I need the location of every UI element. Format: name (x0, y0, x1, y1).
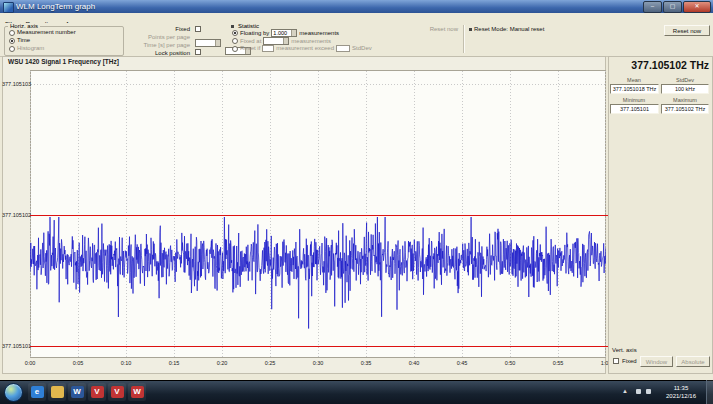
taskbar-icon-internet[interactable]: e (28, 383, 46, 401)
exceed-label: measurement exceed (276, 45, 334, 52)
x-tick-label: 0:15 (162, 360, 186, 366)
reference-line-top (30, 215, 622, 216)
x-tick-label: 0:20 (210, 360, 234, 366)
plot-area[interactable] (30, 70, 606, 358)
reset-now-button[interactable]: Reset now (664, 25, 710, 36)
time-per-page-label: Time [s] per page (126, 42, 190, 49)
clock-time: 11:35 (658, 384, 704, 392)
fixed-checkbox[interactable] (195, 26, 201, 32)
reset-if-label: Reset if (240, 45, 260, 52)
bullet-icon (231, 25, 234, 28)
current-frequency-readout: 377.105102 THz (609, 58, 709, 73)
show-desktop-button[interactable] (706, 380, 713, 404)
wlm-app-1-icon: V (91, 386, 104, 398)
word-icon: W (71, 386, 84, 398)
x-tick-label: 0:45 (450, 360, 474, 366)
radio-time[interactable] (9, 38, 15, 44)
x-tick-label: 0:00 (18, 360, 42, 366)
clock-date: 2021/12/16 (658, 392, 704, 400)
stddev-unit-label: StdDev (352, 45, 372, 52)
chart-title: WSU 1420 Signal 1 Frequency [THz] (8, 58, 119, 65)
x-tick-label: 0:10 (114, 360, 138, 366)
radio-floating-by[interactable] (232, 30, 238, 36)
radio-fixed-at[interactable] (232, 38, 238, 44)
lock-position-checkbox[interactable] (195, 49, 201, 55)
internet-icon: e (31, 386, 44, 398)
screen: WLM LongTerm graph – ▢ ✕ FileRecordingAp… (0, 0, 713, 404)
reset-now-disabled-label: Reset now (412, 26, 458, 33)
measurements-label-2: measurements (291, 38, 331, 45)
window-controls: – ▢ ✕ (643, 1, 711, 13)
fixed-at-spinner[interactable] (263, 37, 289, 45)
radio-time-label: Time (17, 37, 30, 44)
minimize-button[interactable]: – (643, 1, 662, 13)
x-tick-label: 0:50 (498, 360, 522, 366)
window-title: WLM LongTerm graph (16, 2, 95, 11)
volume-icon[interactable] (646, 389, 651, 394)
toolbar: Horiz. axis Measurement number Time Hist… (0, 23, 713, 57)
floating-by-label: Floating by (240, 30, 269, 37)
fixed-at-label: Fixed at (240, 38, 261, 45)
x-tick-label: 0:05 (66, 360, 90, 366)
y-tick-label: 377.105101 (2, 343, 28, 349)
close-button[interactable]: ✕ (683, 1, 711, 13)
radio-measurement-number-label: Measurement number (17, 29, 76, 36)
maximum-label: Maximum (661, 97, 709, 103)
taskbar-icon-wlm-app-3[interactable]: W (128, 383, 146, 401)
wlm-app-3-icon: W (131, 386, 144, 398)
measurements-label: measurements (299, 30, 339, 37)
radio-reset-if[interactable] (232, 46, 238, 52)
tray-expand-icon[interactable]: ▲ (622, 388, 628, 394)
start-button[interactable] (4, 383, 23, 402)
x-tick-label: 0:40 (402, 360, 426, 366)
y-tick-label: 377.105102 (2, 212, 28, 218)
x-tick-label: 0:25 (258, 360, 282, 366)
x-tick-label: 0:35 (354, 360, 378, 366)
mean-value: 377.1051018 THz (610, 84, 659, 94)
vert-axis-fixed-label: Fixed (622, 358, 637, 365)
taskbar-icon-wlm-app-2[interactable]: V (108, 383, 126, 401)
reset-if-count-field[interactable] (262, 45, 274, 52)
taskbar-icon-explorer[interactable] (48, 383, 66, 401)
minimum-value: 377.105101 (610, 104, 659, 114)
title-bar[interactable]: WLM LongTerm graph – ▢ ✕ (0, 0, 713, 13)
floating-by-spinner[interactable]: 1.000 (271, 29, 297, 37)
toolbar-separator (463, 25, 465, 53)
bullet-icon (469, 28, 472, 31)
explorer-icon (51, 386, 64, 398)
taskbar-icon-word[interactable]: W (68, 383, 86, 401)
clock[interactable]: 11:35 2021/12/16 (658, 384, 704, 400)
reference-line-bottom (30, 346, 622, 347)
x-tick-label: 0:30 (306, 360, 330, 366)
stddev-value: 100 kHz (661, 84, 709, 94)
spinner-buttons-icon[interactable] (283, 38, 288, 44)
maximum-value: 377.105102 THz (661, 104, 709, 114)
spinner-buttons-icon[interactable] (291, 30, 296, 36)
app-icon (3, 2, 14, 13)
spinner-buttons-icon[interactable] (215, 40, 220, 46)
floating-by-value: 1.000 (273, 30, 287, 37)
vert-axis-label: Vert. axis (612, 347, 637, 354)
network-icon[interactable] (636, 389, 641, 394)
mean-label: Mean (610, 77, 658, 83)
exceed-stddev-field[interactable] (336, 45, 350, 52)
radio-measurement-number[interactable] (9, 30, 15, 36)
vert-axis-fixed-checkbox[interactable] (613, 358, 619, 364)
maximize-button[interactable]: ▢ (663, 1, 682, 13)
vert-axis-window-button[interactable]: Window (640, 356, 673, 367)
y-tick-label: 377.105103 (2, 81, 28, 87)
taskbar-icon-wlm-app-1[interactable]: V (88, 383, 106, 401)
fixed-label: Fixed (126, 26, 190, 33)
points-per-page-spinner[interactable] (195, 39, 221, 47)
minimum-label: Minimum (610, 97, 658, 103)
points-per-page-label: Points per page (126, 34, 190, 41)
x-tick-label: 0:55 (546, 360, 570, 366)
radio-histogram[interactable] (9, 46, 15, 52)
stddev-label: StdDev (661, 77, 709, 83)
taskbar (0, 380, 713, 404)
vert-axis-absolute-button[interactable]: Absolute (676, 356, 710, 367)
reset-mode-label: Reset Mode: Manual reset (474, 26, 544, 33)
wlm-app-2-icon: V (111, 386, 124, 398)
radio-histogram-label: Histogram (17, 45, 44, 52)
